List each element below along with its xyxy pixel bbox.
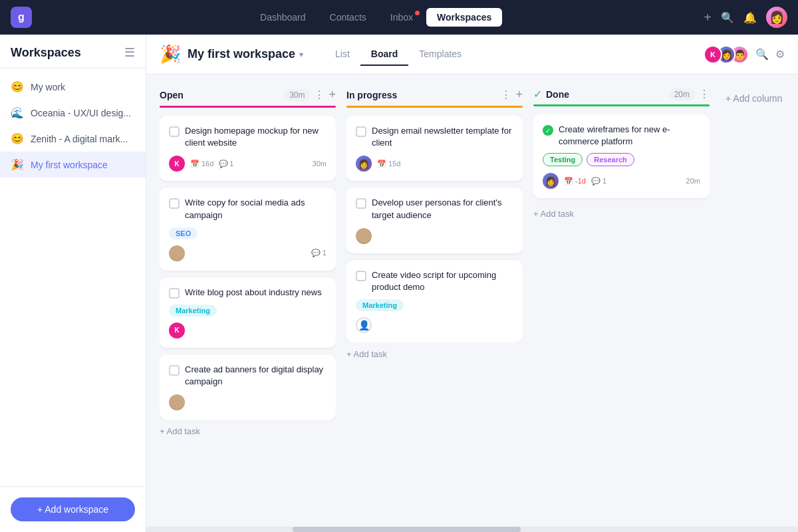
card-title-6: Develop user personas for client's targe… — [372, 197, 513, 221]
zenith-label: Zenith - A digital mark... — [31, 134, 135, 144]
tag-research: Research — [587, 153, 634, 166]
bell-icon[interactable]: 🔔 — [743, 11, 757, 24]
sidebar-header: Workspaces ☰ — [0, 35, 146, 68]
column-inprogress-add[interactable]: + — [515, 88, 523, 102]
card-checkbox-7[interactable] — [356, 271, 366, 281]
column-done-cards: ✓ Create wireframes for new e-commerce p… — [533, 114, 710, 223]
my-work-label: My work — [31, 82, 135, 92]
add-task-open[interactable]: + Add task — [160, 420, 336, 443]
card-avatar-8: 👩 — [543, 173, 559, 189]
sidebar-item-my-work[interactable]: 😊 My work — [0, 74, 146, 100]
add-workspace-button[interactable]: + Add workspace — [11, 497, 135, 521]
search-icon[interactable]: 🔍 — [721, 11, 734, 24]
done-check-icon: ✓ — [533, 88, 542, 100]
zenith-emoji: 😊 — [11, 132, 24, 145]
workspace-tabs: List Board Templates — [325, 43, 472, 66]
card-checkbox-5[interactable] — [356, 126, 366, 137]
add-column[interactable]: + Add column — [720, 88, 787, 109]
card-time-8: 20m — [686, 177, 700, 185]
card-comment-2: 💬 1 — [311, 249, 327, 257]
card-write-copy[interactable]: Write copy for social media ads campaign… — [160, 188, 336, 270]
column-open-add[interactable]: + — [329, 88, 336, 102]
card-checkbox-4[interactable] — [169, 365, 180, 376]
card-date-5: 📅 15d — [377, 160, 400, 168]
sidebar-item-my-first[interactable]: 🎉 My first workspace — [0, 152, 146, 178]
sidebar-item-oceania[interactable]: 🌊 Oceania - UX/UI desig... — [0, 100, 146, 126]
card-email-newsletter[interactable]: Design email newsletter template for cli… — [346, 116, 523, 181]
card-avatar-2 — [169, 245, 185, 261]
tab-templates[interactable]: Templates — [408, 43, 472, 66]
board-area: Open 30m ⋮ + Design homepage mockup for … — [146, 74, 798, 527]
user-avatar[interactable]: 👩 — [766, 7, 787, 28]
workspace-chevron-icon[interactable]: ▾ — [299, 50, 303, 59]
column-inprogress-header: In progress ⋮ + — [346, 88, 523, 102]
bottom-scrollbar[interactable] — [146, 527, 798, 532]
sidebar-menu-icon[interactable]: ☰ — [124, 45, 135, 60]
sidebar-item-zenith[interactable]: 😊 Zenith - A digital mark... — [0, 126, 146, 152]
avatar-group: K 👩 👨 — [704, 45, 749, 64]
header-filter-button[interactable]: ⚙ — [775, 48, 785, 61]
main-layout: Workspaces ☰ 😊 My work 🌊 Oceania - UX/UI… — [0, 35, 798, 532]
card-checkbox-6[interactable] — [356, 198, 366, 209]
oceania-label: Oceania - UX/UI desig... — [31, 108, 135, 118]
card-write-blog[interactable]: Write blog post about industry news Mark… — [160, 277, 336, 348]
nav-items: Dashboard Contacts Inbox Workspaces — [48, 8, 704, 27]
workspace-icon: 🎉 — [160, 44, 181, 65]
my-first-label: My first workspace — [31, 160, 135, 170]
column-done-more[interactable]: ⋮ — [699, 88, 710, 100]
card-date-1: 📅 16d — [190, 160, 213, 168]
column-open-more[interactable]: ⋮ — [314, 88, 325, 101]
column-open-title: Open — [160, 90, 280, 100]
workspace-header-right: K 👩 👨 🔍 ⚙ — [704, 45, 785, 64]
card-design-homepage[interactable]: Design homepage mockup for new client we… — [160, 116, 336, 181]
content-area: 🎉 My first workspace ▾ List Board Templa… — [146, 35, 798, 532]
add-button[interactable]: + — [704, 10, 712, 25]
tab-board[interactable]: Board — [360, 43, 408, 66]
card-wireframes[interactable]: ✓ Create wireframes for new e-commerce p… — [533, 114, 710, 198]
add-task-inprogress[interactable]: + Add task — [346, 342, 523, 366]
column-done: ✓ Done 20m ⋮ ✓ Create wireframes for new… — [533, 88, 710, 223]
column-inprogress-title: In progress — [346, 90, 497, 100]
column-inprogress: In progress ⋮ + Design email newsletter … — [346, 88, 523, 366]
card-comment-1: 💬 1 — [219, 160, 233, 168]
card-checkbox-1[interactable] — [169, 126, 180, 137]
tag-marketing-7: Marketing — [356, 299, 404, 311]
card-checkbox-2[interactable] — [169, 198, 180, 209]
tag-testing: Testing — [543, 153, 583, 166]
column-open-cards: Design homepage mockup for new client we… — [160, 116, 336, 420]
sidebar-title: Workspaces — [11, 46, 81, 60]
card-comment-8: 💬 1 — [591, 177, 606, 186]
nav-inbox[interactable]: Inbox — [380, 8, 424, 27]
column-inprogress-more[interactable]: ⋮ — [501, 88, 511, 101]
add-task-done[interactable]: + Add task — [533, 205, 710, 223]
avatar-k: K — [704, 45, 722, 64]
tab-list[interactable]: List — [325, 43, 360, 66]
card-title-2: Write copy for social media ads campaign — [185, 197, 327, 221]
column-done-time: 20m — [669, 88, 695, 100]
app-logo[interactable]: g — [11, 7, 32, 28]
tag-marketing-3: Marketing — [169, 305, 217, 317]
card-checkbox-3[interactable] — [169, 288, 180, 299]
card-title-8: Create wireframes for new e-commerce pla… — [559, 124, 700, 148]
column-inprogress-cards: Design email newsletter template for cli… — [346, 116, 523, 342]
nav-contacts[interactable]: Contacts — [319, 8, 377, 27]
my-first-emoji: 🎉 — [11, 158, 24, 171]
sidebar-items: 😊 My work 🌊 Oceania - UX/UI desig... 😊 Z… — [0, 68, 146, 486]
header-search-button[interactable]: 🔍 — [755, 48, 769, 61]
card-create-banners[interactable]: Create ad banners for digital display ca… — [160, 354, 336, 420]
column-done-title: Done — [546, 89, 665, 100]
nav-workspaces[interactable]: Workspaces — [426, 8, 502, 27]
card-avatar-5: 👩 — [356, 156, 372, 172]
card-avatar-7: 👤 — [356, 317, 372, 333]
workspace-title: My first workspace — [188, 47, 295, 61]
card-checkbox-8[interactable]: ✓ — [543, 125, 553, 136]
column-open-bar — [160, 106, 336, 108]
card-date-8: 📅 -1d — [564, 177, 586, 186]
card-avatar-4 — [169, 394, 185, 410]
column-open-time: 30m — [284, 89, 310, 101]
column-open-header: Open 30m ⋮ + — [160, 88, 336, 102]
card-user-personas[interactable]: Develop user personas for client's targe… — [346, 188, 523, 253]
nav-dashboard[interactable]: Dashboard — [249, 8, 317, 27]
card-video-script[interactable]: Create video script for upcoming product… — [346, 260, 523, 342]
column-done-header: ✓ Done 20m ⋮ — [533, 88, 710, 100]
